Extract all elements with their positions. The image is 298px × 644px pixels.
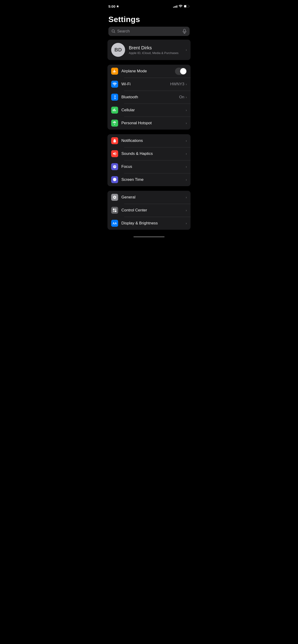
display-brightness-icon: AA: [111, 220, 118, 227]
home-indicator: [104, 234, 194, 239]
search-bar[interactable]: Search: [108, 27, 190, 36]
svg-rect-13: [113, 209, 115, 210]
svg-point-2: [112, 30, 114, 32]
display-brightness-chevron: ›: [186, 222, 187, 225]
notifications-icon: [111, 137, 118, 144]
home-bar: [133, 236, 165, 238]
svg-rect-1: [184, 5, 186, 7]
notifications-chevron: ›: [186, 139, 187, 142]
profile-name: Brent Dirks: [129, 45, 186, 50]
status-icons: [173, 4, 190, 8]
screen-time-label: Screen Time: [121, 177, 186, 182]
wifi-value: HWNY3: [170, 82, 184, 86]
general-label: General: [121, 195, 186, 200]
control-center-chevron: ›: [186, 208, 187, 212]
hotspot-item[interactable]: Personal Hotspot ›: [107, 116, 191, 130]
wifi-label: Wi-Fi: [121, 82, 170, 86]
wifi-status-icon: [179, 4, 182, 8]
profile-item[interactable]: BD Brent Dirks Apple ID, iCloud, Media &…: [107, 40, 191, 60]
cellular-icon: [111, 107, 118, 114]
wifi-item[interactable]: Wi-Fi HWNY3 ›: [107, 78, 191, 91]
airplane-mode-item[interactable]: Airplane Mode: [107, 65, 191, 78]
display-brightness-label: Display & Brightness: [121, 221, 186, 226]
profile-subtitle: Apple ID, iCloud, Media & Purchases: [129, 51, 186, 55]
control-center-icon: [111, 207, 118, 214]
screen-time-chevron: ›: [186, 178, 187, 182]
profile-info: Brent Dirks Apple ID, iCloud, Media & Pu…: [129, 45, 186, 55]
notifications-group: Notifications › Sounds & Haptics › Focus…: [107, 134, 191, 186]
bluetooth-chevron: ›: [186, 95, 187, 99]
hotspot-chevron: ›: [186, 121, 187, 125]
hotspot-icon: [111, 120, 118, 126]
wifi-icon: [111, 81, 118, 88]
control-center-item[interactable]: Control Center ›: [107, 204, 191, 217]
profile-section: BD Brent Dirks Apple ID, iCloud, Media &…: [107, 40, 191, 60]
svg-rect-14: [115, 209, 117, 210]
general-icon: [111, 194, 118, 201]
notifications-item[interactable]: Notifications ›: [107, 134, 191, 147]
cellular-item[interactable]: Cellular ›: [107, 104, 191, 116]
sounds-item[interactable]: Sounds & Haptics ›: [107, 147, 191, 160]
general-chevron: ›: [186, 196, 187, 199]
hotspot-label: Personal Hotspot: [121, 121, 186, 126]
svg-rect-3: [184, 29, 185, 32]
bluetooth-item[interactable]: Bluetooth On ›: [107, 91, 191, 104]
bluetooth-value: On: [179, 95, 184, 100]
focus-icon: [111, 163, 118, 170]
profile-chevron: ›: [186, 48, 187, 52]
focus-item[interactable]: Focus ›: [107, 160, 191, 173]
bluetooth-icon: [111, 94, 118, 100]
wifi-chevron: ›: [186, 82, 187, 86]
general-group: General › Control Center › AA Display & …: [107, 191, 191, 230]
display-brightness-item[interactable]: AA Display & Brightness ›: [107, 217, 191, 230]
airplane-mode-label: Airplane Mode: [121, 69, 175, 74]
sounds-label: Sounds & Haptics: [121, 152, 186, 156]
sounds-chevron: ›: [186, 152, 187, 156]
search-placeholder: Search: [117, 29, 181, 34]
screen-time-item[interactable]: Screen Time ›: [107, 173, 191, 186]
location-icon: [116, 5, 119, 8]
svg-rect-15: [113, 210, 115, 212]
cellular-chevron: ›: [186, 108, 187, 112]
connectivity-group: Airplane Mode Wi-Fi HWNY3 › Bluetooth On…: [107, 65, 191, 130]
focus-chevron: ›: [186, 165, 187, 168]
time-label: 5:00: [108, 4, 115, 8]
sounds-icon: [111, 150, 118, 157]
airplane-mode-toggle[interactable]: [175, 68, 187, 75]
page-title: Settings: [104, 11, 194, 27]
avatar: BD: [111, 43, 125, 57]
airplane-mode-icon: [111, 68, 118, 75]
focus-label: Focus: [121, 164, 186, 169]
screen-time-icon: [111, 176, 118, 183]
cellular-label: Cellular: [121, 108, 186, 112]
status-time: 5:00: [108, 4, 119, 8]
bluetooth-label: Bluetooth: [121, 95, 179, 100]
search-icon: [112, 30, 115, 33]
general-item[interactable]: General ›: [107, 191, 191, 204]
toggle-knob: [180, 68, 186, 74]
control-center-label: Control Center: [121, 208, 186, 212]
battery-icon: [184, 5, 190, 8]
signal-icon: [173, 5, 177, 8]
search-container: Search: [104, 27, 194, 40]
status-bar: 5:00: [104, 0, 194, 11]
mic-icon[interactable]: [183, 29, 186, 34]
notifications-label: Notifications: [121, 138, 186, 143]
svg-rect-16: [115, 210, 117, 212]
